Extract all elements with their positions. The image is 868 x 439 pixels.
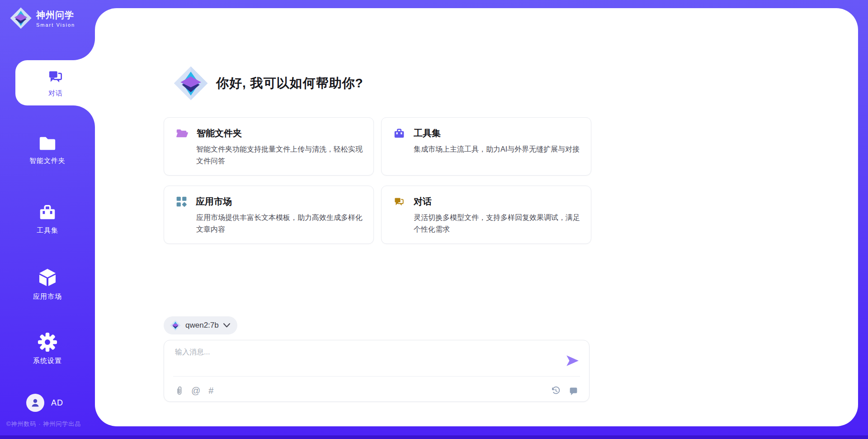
- sidebar-item-app-market[interactable]: 应用市场: [0, 267, 95, 301]
- sidebar-item-label: 应用市场: [33, 292, 62, 301]
- send-icon[interactable]: [566, 354, 579, 367]
- chevron-down-icon: [223, 323, 230, 328]
- folder-open-icon: [176, 128, 188, 139]
- card-title: 工具集: [414, 127, 441, 139]
- model-logo-icon: [170, 320, 181, 331]
- chat-icon: [47, 68, 64, 86]
- model-selector[interactable]: qwen2:7b: [164, 316, 237, 334]
- sidebar: 神州问学 Smart Vision 对话 智能文件夹 工具集: [0, 0, 95, 439]
- bottom-strip: [0, 435, 868, 439]
- tab-curve-bottom: [73, 105, 95, 127]
- toolbox-icon: [37, 202, 58, 222]
- sidebar-item-label: 智能文件夹: [29, 157, 66, 165]
- folder-icon: [37, 134, 58, 153]
- card-description: 应用市场提供丰富长文本模板，助力高效生成多样化文章内容: [196, 212, 367, 235]
- message-composer: @ #: [164, 340, 590, 402]
- sidebar-item-label: 对话: [48, 89, 63, 98]
- feature-cards: 智能文件夹 智能文件夹功能支持批量文件上传与清洗，轻松实现文件问答 工具集 集成…: [164, 117, 591, 244]
- card-app-market[interactable]: 应用市场 应用市场提供丰富长文本模板，助力高效生成多样化文章内容: [164, 186, 374, 244]
- card-title: 应用市场: [196, 196, 232, 208]
- brand-title: 神州问学: [36, 9, 75, 21]
- message-icon[interactable]: [569, 386, 578, 396]
- card-chat[interactable]: 对话 灵活切换多模型文件，支持多样回复效果调试，满足个性化需求: [381, 186, 591, 244]
- brand-subtitle: Smart Vision: [36, 22, 75, 28]
- card-smart-folder[interactable]: 智能文件夹 智能文件夹功能支持批量文件上传与清洗，轻松实现文件问答: [164, 117, 374, 176]
- chat-bubbles-icon: [393, 196, 405, 208]
- user-chip[interactable]: AD: [26, 394, 63, 412]
- model-name: qwen2:7b: [185, 321, 219, 330]
- card-toolset[interactable]: 工具集 集成市场上主流工具，助力AI与外界无缝扩展与对接: [381, 117, 591, 176]
- card-title: 对话: [414, 196, 432, 208]
- gear-icon: [37, 332, 58, 353]
- sidebar-item-smart-folder[interactable]: 智能文件夹: [0, 134, 95, 165]
- cube-icon: [37, 267, 58, 288]
- grid-icon: [176, 196, 187, 207]
- person-icon: [30, 397, 41, 408]
- history-icon[interactable]: [551, 386, 561, 396]
- sidebar-item-label: 工具集: [37, 226, 58, 235]
- sidebar-item-settings[interactable]: 系统设置: [0, 332, 95, 365]
- brand-logo-icon: [10, 7, 32, 29]
- tab-curve-top: [73, 38, 95, 60]
- card-description: 智能文件夹功能支持批量文件上传与清洗，轻松实现文件问答: [196, 143, 367, 167]
- briefcase-icon: [393, 128, 405, 139]
- at-icon[interactable]: @: [191, 386, 200, 396]
- paperclip-icon[interactable]: [175, 386, 183, 396]
- hash-icon[interactable]: #: [208, 386, 213, 396]
- greeting-text: 你好, 我可以如何帮助你?: [216, 75, 363, 92]
- brand: 神州问学 Smart Vision: [10, 7, 75, 29]
- assistant-logo-icon: [174, 66, 208, 100]
- user-initials: AD: [51, 398, 63, 408]
- composer-divider: [173, 376, 580, 377]
- sidebar-item-chat[interactable]: 对话: [15, 60, 96, 105]
- footer-note: ©神州数码 · 神州问学出品: [6, 420, 81, 428]
- greeting: 你好, 我可以如何帮助你?: [174, 66, 363, 100]
- avatar: [26, 394, 44, 412]
- sidebar-item-toolset[interactable]: 工具集: [0, 202, 95, 235]
- card-title: 智能文件夹: [197, 127, 242, 139]
- sidebar-item-label: 系统设置: [33, 357, 62, 365]
- card-description: 集成市场上主流工具，助力AI与外界无缝扩展与对接: [414, 143, 585, 155]
- composer-toolbar: @ #: [175, 382, 578, 399]
- message-input[interactable]: [175, 348, 559, 373]
- card-description: 灵活切换多模型文件，支持多样回复效果调试，满足个性化需求: [414, 212, 585, 235]
